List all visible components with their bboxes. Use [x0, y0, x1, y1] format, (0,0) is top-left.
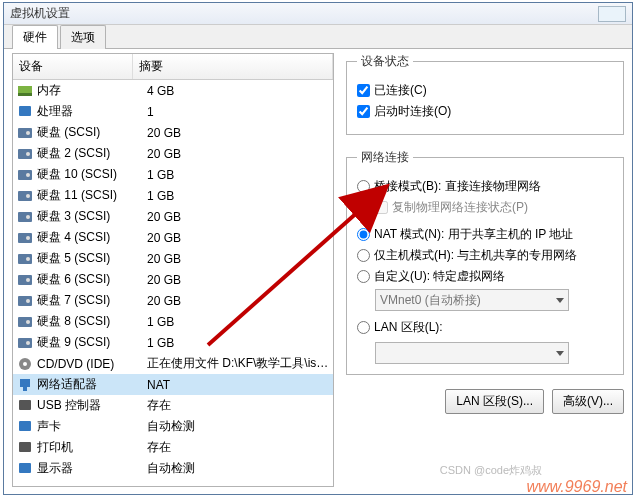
device-row[interactable]: 打印机存在	[13, 437, 333, 458]
device-name: 硬盘 (SCSI)	[37, 124, 147, 141]
device-summary: 1	[147, 105, 329, 119]
device-summary: 1 GB	[147, 315, 329, 329]
svg-point-14	[26, 236, 30, 240]
nat-input[interactable]	[357, 228, 370, 241]
device-summary: 存在	[147, 439, 329, 456]
device-row[interactable]: 内存4 GB	[13, 80, 333, 101]
memory-icon	[17, 84, 33, 98]
lan-segment-combo[interactable]	[375, 342, 569, 364]
connect-at-power-checkbox[interactable]: 启动时连接(O)	[357, 103, 613, 120]
bridged-input[interactable]	[357, 180, 370, 193]
device-status-legend: 设备状态	[357, 53, 413, 70]
device-name: 硬盘 2 (SCSI)	[37, 145, 147, 162]
titlebar: 虚拟机设置	[4, 3, 632, 25]
lan-input[interactable]	[357, 321, 370, 334]
svg-point-24	[26, 341, 30, 345]
device-name: USB 控制器	[37, 397, 147, 414]
device-summary: 20 GB	[147, 231, 329, 245]
device-name: 显示器	[37, 460, 147, 477]
svg-rect-30	[19, 421, 31, 431]
list-body[interactable]: 内存4 GB处理器1硬盘 (SCSI)20 GB硬盘 2 (SCSI)20 GB…	[13, 80, 333, 488]
device-row[interactable]: 硬盘 10 (SCSI)1 GB	[13, 164, 333, 185]
lan-segment-radio[interactable]: LAN 区段(L):	[357, 319, 613, 336]
device-row[interactable]: 硬盘 11 (SCSI)1 GB	[13, 185, 333, 206]
device-row[interactable]: 硬盘 3 (SCSI)20 GB	[13, 206, 333, 227]
disk-icon	[17, 252, 33, 266]
device-row[interactable]: 声卡自动检测	[13, 416, 333, 437]
device-summary: 20 GB	[147, 294, 329, 308]
device-summary: 存在	[147, 397, 329, 414]
svg-rect-27	[20, 379, 30, 387]
svg-rect-29	[19, 400, 31, 410]
svg-point-26	[23, 362, 27, 366]
device-summary: 20 GB	[147, 147, 329, 161]
advanced-button[interactable]: 高级(V)...	[552, 389, 624, 414]
hostonly-input[interactable]	[357, 249, 370, 262]
device-summary: 正在使用文件 D:\KF\教学工具\iso\C...	[147, 355, 329, 372]
device-row[interactable]: CD/DVD (IDE)正在使用文件 D:\KF\教学工具\iso\C...	[13, 353, 333, 374]
device-name: 硬盘 3 (SCSI)	[37, 208, 147, 225]
device-row[interactable]: 硬盘 2 (SCSI)20 GB	[13, 143, 333, 164]
svg-rect-31	[19, 442, 31, 452]
device-name: 硬盘 4 (SCSI)	[37, 229, 147, 246]
svg-point-16	[26, 257, 30, 261]
nat-radio[interactable]: NAT 模式(N): 用于共享主机的 IP 地址	[357, 226, 613, 243]
svg-rect-28	[23, 387, 27, 391]
display-icon	[17, 462, 33, 476]
custom-input[interactable]	[357, 270, 370, 283]
custom-radio[interactable]: 自定义(U): 特定虚拟网络	[357, 268, 613, 285]
custom-network-combo[interactable]: VMnet0 (自动桥接)	[375, 289, 569, 311]
svg-rect-32	[19, 463, 31, 473]
device-row[interactable]: 硬盘 7 (SCSI)20 GB	[13, 290, 333, 311]
svg-point-22	[26, 320, 30, 324]
bridged-radio[interactable]: 桥接模式(B): 直接连接物理网络	[357, 178, 613, 195]
device-row[interactable]: 处理器1	[13, 101, 333, 122]
device-summary: 自动检测	[147, 418, 329, 435]
list-header: 设备 摘要	[13, 54, 333, 80]
usb-icon	[17, 399, 33, 413]
device-row[interactable]: 硬盘 6 (SCSI)20 GB	[13, 269, 333, 290]
svg-rect-2	[19, 106, 31, 116]
tab-hardware[interactable]: 硬件	[12, 25, 58, 49]
svg-rect-0	[18, 86, 32, 93]
connected-checkbox[interactable]: 已连接(C)	[357, 82, 613, 99]
device-name: 网络适配器	[37, 376, 147, 393]
svg-point-4	[26, 131, 30, 135]
replicate-checkbox: 复制物理网络连接状态(P)	[375, 199, 613, 216]
device-row[interactable]: 硬盘 4 (SCSI)20 GB	[13, 227, 333, 248]
device-name: 硬盘 5 (SCSI)	[37, 250, 147, 267]
connected-input[interactable]	[357, 84, 370, 97]
device-summary: 20 GB	[147, 210, 329, 224]
disk-icon	[17, 168, 33, 182]
svg-point-6	[26, 152, 30, 156]
device-row[interactable]: 硬盘 9 (SCSI)1 GB	[13, 332, 333, 353]
device-name: CD/DVD (IDE)	[37, 357, 147, 371]
disk-icon	[17, 189, 33, 203]
device-name: 硬盘 7 (SCSI)	[37, 292, 147, 309]
device-name: 硬盘 11 (SCSI)	[37, 187, 147, 204]
svg-point-18	[26, 278, 30, 282]
chevron-down-icon	[556, 298, 564, 303]
device-row[interactable]: 硬盘 (SCSI)20 GB	[13, 122, 333, 143]
svg-point-10	[26, 194, 30, 198]
connect-at-power-input[interactable]	[357, 105, 370, 118]
disk-icon	[17, 294, 33, 308]
disk-icon	[17, 231, 33, 245]
device-name: 硬盘 8 (SCSI)	[37, 313, 147, 330]
hostonly-radio[interactable]: 仅主机模式(H): 与主机共享的专用网络	[357, 247, 613, 264]
device-row[interactable]: 硬盘 8 (SCSI)1 GB	[13, 311, 333, 332]
close-button[interactable]	[598, 6, 626, 22]
device-row[interactable]: 显示器自动检测	[13, 458, 333, 479]
device-row[interactable]: 网络适配器NAT	[13, 374, 333, 395]
device-list: 设备 摘要 内存4 GB处理器1硬盘 (SCSI)20 GB硬盘 2 (SCSI…	[12, 53, 334, 487]
device-summary: 自动检测	[147, 460, 329, 477]
lan-segments-button[interactable]: LAN 区段(S)...	[445, 389, 544, 414]
device-row[interactable]: USB 控制器存在	[13, 395, 333, 416]
device-summary: 20 GB	[147, 126, 329, 140]
window-title: 虚拟机设置	[10, 5, 70, 22]
tab-strip: 硬件 选项	[4, 25, 632, 49]
svg-point-12	[26, 215, 30, 219]
tab-options[interactable]: 选项	[60, 25, 106, 49]
device-row[interactable]: 硬盘 5 (SCSI)20 GB	[13, 248, 333, 269]
device-name: 处理器	[37, 103, 147, 120]
